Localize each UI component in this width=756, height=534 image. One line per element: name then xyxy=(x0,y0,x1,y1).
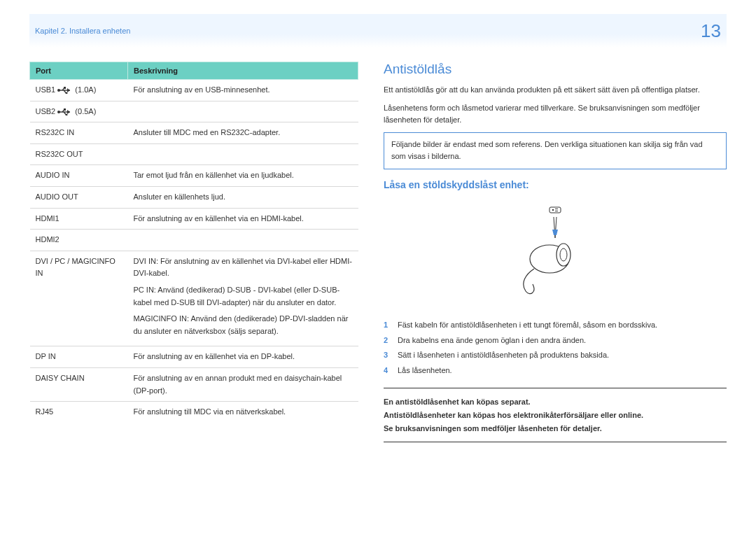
svg-rect-12 xyxy=(550,207,561,213)
step-text: Sätt i låsenheten i antistöldlåsenheten … xyxy=(398,349,609,362)
table-row: DAISY CHAINFör anslutning av en annan pr… xyxy=(30,367,358,401)
table-row: DP INFör anslutning av en källenhet via … xyxy=(30,346,358,368)
port-cell: RS232C OUT xyxy=(30,143,128,165)
table-row: AUDIO OUTAnsluter en källenhets ljud. xyxy=(30,186,358,208)
sub-section-title: Låsa en stöldskyddslåst enhet: xyxy=(384,179,727,190)
desc-cell: DVI IN: För anslutning av en källenhet v… xyxy=(128,251,358,346)
desc-cell: För anslutning av en annan produkt med e… xyxy=(128,367,358,401)
right-column: Antistöldlås Ett antistöldlås gör att du… xyxy=(384,62,727,442)
table-row: AUDIO INTar emot ljud från en källenhet … xyxy=(30,165,358,187)
desc-cell xyxy=(128,230,358,251)
desc-cell: Ansluter till MDC med en RS232C-adapter. xyxy=(128,122,358,144)
manual-page: Kapitel 2. Installera enheten 13 Port Be… xyxy=(0,0,756,534)
reference-note-box: Följande bilder är endast med som refere… xyxy=(384,132,727,169)
desc-cell xyxy=(128,101,358,122)
desc-cell: Tar emot ljud från en källenhet via en l… xyxy=(128,165,358,187)
desc-cell: För anslutning av en källenhet via en DP… xyxy=(128,346,358,368)
intro-paragraph-1: Ett antistöldlås gör att du kan använda … xyxy=(384,84,727,97)
port-cell: AUDIO OUT xyxy=(30,186,128,208)
intro-paragraph-2: Låsenhetens form och låsmetod varierar m… xyxy=(384,102,727,127)
step-number: 3 xyxy=(384,349,392,362)
port-cell: DVI / PC / MAGICINFO IN xyxy=(30,251,128,346)
step-number: 1 xyxy=(384,319,392,332)
step-number: 2 xyxy=(384,335,392,347)
port-cell: HDMI1 xyxy=(30,208,128,230)
desc-cell: För anslutning till MDC via en nätverksk… xyxy=(128,402,358,423)
desc-cell: För anslutning av en USB-minnesenhet. xyxy=(128,80,358,101)
step-text: Lås låsenheten. xyxy=(398,365,452,377)
section-title: Antistöldlås xyxy=(384,62,727,77)
steps-list: 1Fäst kabeln för antistöldlåsenheten i e… xyxy=(384,319,727,377)
desc-cell: Ansluter en källenhets ljud. xyxy=(128,186,358,208)
list-item: 3Sätt i låsenheten i antistöldlåsenheten… xyxy=(384,349,727,362)
desc-cell: För anslutning av en källenhet via en HD… xyxy=(128,208,358,230)
table-row: DVI / PC / MAGICINFO INDVI IN: För anslu… xyxy=(30,251,358,346)
port-cell: AUDIO IN xyxy=(30,165,128,187)
table-row: RS232C OUT xyxy=(30,143,358,165)
port-cell: USB2 (0.5A) xyxy=(30,101,128,122)
port-cell: USB1 (1.0A) xyxy=(30,80,128,101)
page-number: 13 xyxy=(701,20,721,42)
table-header-port: Port xyxy=(30,62,128,80)
port-table: Port Beskrivning USB1 (1.0A)För anslutni… xyxy=(29,62,358,423)
note-line-3: Se bruksanvisningen som medföljer låsenh… xyxy=(384,422,727,435)
table-header-desc: Beskrivning xyxy=(128,62,358,80)
note-line-1: En antistöldlåsenhet kan köpas separat. xyxy=(384,395,727,409)
page-header: Kapitel 2. Installera enheten 13 xyxy=(29,14,727,48)
table-row: RJ45För anslutning till MDC via en nätve… xyxy=(30,402,358,423)
desc-cell xyxy=(128,143,358,165)
step-text: Dra kabelns ena ände genom öglan i den a… xyxy=(398,335,586,347)
list-item: 4Lås låsenheten. xyxy=(384,365,727,377)
table-row: HDMI1För anslutning av en källenhet via … xyxy=(30,208,358,230)
step-number: 4 xyxy=(384,365,392,377)
svg-rect-3 xyxy=(64,87,66,89)
port-cell: RS232C IN xyxy=(30,122,128,144)
svg-rect-9 xyxy=(64,108,66,111)
table-row: RS232C INAnsluter till MDC med en RS232C… xyxy=(30,122,358,144)
content-columns: Port Beskrivning USB1 (1.0A)För anslutni… xyxy=(29,62,727,442)
list-item: 1Fäst kabeln för antistöldlåsenheten i e… xyxy=(384,319,727,332)
lock-illustration xyxy=(384,204,727,302)
left-column: Port Beskrivning USB1 (1.0A)För anslutni… xyxy=(29,62,358,442)
list-item: 2Dra kabelns ena ände genom öglan i den … xyxy=(384,335,727,347)
purchase-note-box: En antistöldlåsenhet kan köpas separat. … xyxy=(384,388,727,442)
table-row: HDMI2 xyxy=(30,230,358,251)
port-cell: RJ45 xyxy=(30,402,128,423)
note-line-2: Antistöldlåsenheter kan köpas hos elektr… xyxy=(384,409,727,422)
svg-point-19 xyxy=(556,244,570,266)
breadcrumb: Kapitel 2. Installera enheten xyxy=(35,27,130,35)
port-cell: DAISY CHAIN xyxy=(30,367,128,401)
step-text: Fäst kabeln för antistöldlåsenheten i et… xyxy=(398,319,657,332)
table-row: USB2 (0.5A) xyxy=(30,101,358,122)
port-cell: HDMI2 xyxy=(30,230,128,251)
port-cell: DP IN xyxy=(30,346,128,368)
table-row: USB1 (1.0A)För anslutning av en USB-minn… xyxy=(30,80,358,101)
svg-point-13 xyxy=(552,209,554,211)
